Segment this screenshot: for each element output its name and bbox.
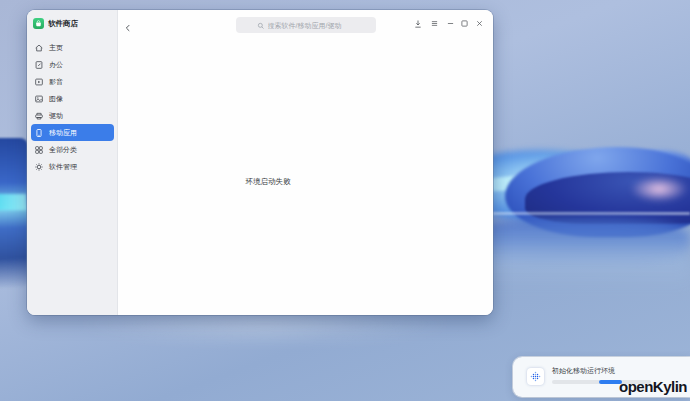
mobile-icon — [34, 128, 44, 138]
main-area: 环境启动失败 — [118, 10, 493, 315]
search-input[interactable] — [268, 22, 356, 29]
sidebar-item-label: 软件管理 — [49, 162, 77, 172]
sidebar-item-software-manage[interactable]: 软件管理 — [31, 158, 114, 175]
sidebar-item-label: 主页 — [49, 43, 63, 53]
wallpaper-wave-shape — [0, 138, 28, 288]
search-icon — [257, 16, 265, 34]
sidebar: 软件商店 主页 办公 — [27, 10, 118, 315]
menu-icon[interactable] — [429, 18, 440, 29]
wallpaper-wave-shape — [630, 176, 688, 202]
gear-icon — [34, 162, 44, 172]
app-title: 软件商店 — [48, 19, 78, 29]
categories-icon — [34, 145, 44, 155]
office-icon — [34, 60, 44, 70]
desktop: 软件商店 主页 办公 — [0, 0, 690, 401]
close-icon[interactable] — [474, 18, 485, 29]
environment-error-message: 环境启动失败 — [236, 177, 300, 187]
back-button[interactable] — [123, 19, 133, 29]
sidebar-item-label: 办公 — [49, 60, 63, 70]
app-header: 软件商店 — [33, 18, 78, 29]
maximize-icon[interactable] — [459, 18, 470, 29]
sidebar-item-label: 驱动 — [49, 111, 63, 121]
media-icon — [34, 77, 44, 87]
sidebar-item-label: 图像 — [49, 94, 63, 104]
sidebar-nav: 主页 办公 影音 — [27, 39, 117, 175]
download-manager-icon[interactable] — [412, 18, 423, 29]
notification-message: 初始化移动运行环境 — [552, 366, 615, 376]
sidebar-item-mobile-apps[interactable]: 移动应用 — [31, 124, 114, 141]
mobile-env-icon — [527, 368, 544, 385]
sidebar-item-office[interactable]: 办公 — [31, 56, 114, 73]
software-store-app-icon — [33, 18, 44, 29]
sidebar-item-label: 全部分类 — [49, 145, 77, 155]
sidebar-item-media[interactable]: 影音 — [31, 73, 114, 90]
sidebar-item-label: 影音 — [49, 77, 63, 87]
search-box[interactable] — [236, 17, 376, 33]
sidebar-item-home[interactable]: 主页 — [31, 39, 114, 56]
minimize-icon[interactable] — [445, 18, 456, 29]
home-icon — [34, 43, 44, 53]
image-icon — [34, 94, 44, 104]
openkylin-logo: openKylin — [619, 378, 687, 395]
sidebar-item-label: 移动应用 — [49, 128, 77, 138]
sidebar-item-driver[interactable]: 驱动 — [31, 107, 114, 124]
driver-icon — [34, 111, 44, 121]
wallpaper-wave-shape — [0, 194, 26, 210]
sidebar-item-all-categories[interactable]: 全部分类 — [31, 141, 114, 158]
sidebar-item-image[interactable]: 图像 — [31, 90, 114, 107]
software-store-window: 软件商店 主页 办公 — [27, 10, 493, 315]
